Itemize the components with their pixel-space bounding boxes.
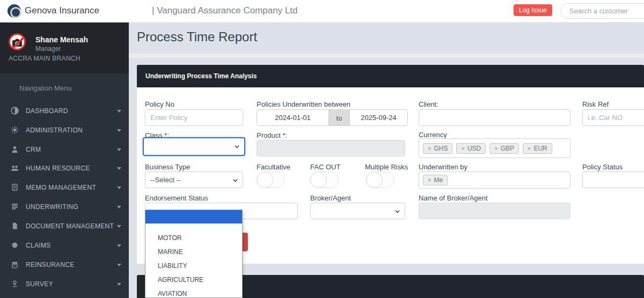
class-select[interactable] — [143, 137, 245, 156]
date-separator: to — [329, 109, 349, 126]
chevron-down-icon — [117, 225, 121, 228]
sidebar-item-dashboard[interactable]: DASHBOARD — [0, 101, 129, 121]
underwritten-by-label: Underwritten by — [419, 163, 467, 171]
chevron-down-icon — [235, 144, 239, 149]
underwritten-by-tag: ×Me — [423, 175, 448, 185]
date-range-label: Policies Underwritten between — [257, 100, 350, 108]
user-role: Manager — [35, 45, 61, 53]
business-type-label: Business Type — [145, 163, 190, 171]
gear-icon — [11, 126, 19, 134]
dropdown-option[interactable]: AGRICULTURE — [145, 273, 242, 287]
chevron-down-icon — [117, 129, 121, 132]
dropdown-option[interactable]: MOTOR — [145, 231, 242, 245]
sidebar-item-reinsurance[interactable]: REINSURANCE — [0, 255, 129, 274]
sidebar-nav: Navigation Menu DASHBOARD ADMINISTRATION… — [0, 73, 129, 298]
dropdown-option-blank[interactable] — [145, 210, 242, 224]
dropdown-option[interactable]: MARINE — [145, 245, 242, 259]
file-icon — [11, 222, 19, 230]
sidebar-item-claims[interactable]: CLAIMS — [0, 236, 129, 255]
people-icon — [11, 164, 19, 172]
multiple-risks-toggle[interactable] — [366, 172, 394, 188]
remove-tag-icon[interactable]: × — [461, 145, 464, 152]
circle-icon — [11, 241, 19, 249]
memo-icon — [11, 183, 19, 191]
user-name: Shane Mensah — [35, 35, 88, 44]
facultative-toggle[interactable] — [257, 172, 285, 188]
dropdown-option[interactable]: AVIATION — [145, 287, 242, 298]
remove-tag-icon[interactable]: × — [428, 145, 431, 152]
policy-status-input[interactable] — [582, 172, 644, 188]
broker-name-label: Name of Broker/Agent — [419, 194, 488, 202]
business-type-select[interactable]: --Select -- — [145, 172, 243, 188]
broker-name-input — [419, 203, 570, 219]
fac-out-toggle[interactable] — [310, 172, 339, 188]
chevron-down-icon — [117, 283, 121, 286]
policy-no-input[interactable] — [145, 109, 243, 126]
stack-icon — [11, 260, 19, 269]
sidebar-item-memo-management[interactable]: MEMO MANAGEMENT — [0, 178, 129, 197]
chevron-down-icon — [117, 187, 121, 189]
currency-tag: ×GHS — [423, 143, 452, 154]
dropdown-option[interactable]: LIABILITY — [145, 259, 242, 273]
currency-tagbox[interactable]: ×GHS ×USD ×GBP ×EUR — [419, 138, 570, 158]
sidebar-profile: Shane Mensah Manager ACCRA MAIN BRANCH — [0, 23, 129, 73]
date-to-input[interactable] — [349, 109, 408, 126]
stamp-icon — [11, 280, 19, 288]
sidebar-item-crm[interactable]: CRM — [0, 140, 129, 159]
log-issue-button[interactable]: Log Issue — [514, 4, 552, 16]
sidebar-item-underwriting[interactable]: UNDERWRITING — [0, 197, 129, 217]
person-icon — [11, 145, 19, 153]
chevron-down-icon — [117, 206, 121, 208]
facultative-label: Facultative — [257, 163, 290, 171]
avatar — [9, 33, 26, 50]
remove-tag-icon[interactable]: × — [428, 177, 431, 183]
user-branch: ACCRA MAIN BRANCH — [9, 55, 80, 62]
multiple-risks-label: Multiple Risks — [365, 163, 408, 171]
currency-tag: ×GBP — [489, 143, 519, 154]
currency-tag: ×USD — [456, 143, 486, 154]
brand-name: Genova Insurance — [25, 5, 99, 16]
risk-ref-input[interactable] — [582, 109, 644, 126]
date-range-group: to — [257, 109, 408, 126]
dashboard-icon — [11, 107, 19, 115]
customer-search-input[interactable] — [560, 3, 644, 19]
remove-tag-icon[interactable]: × — [494, 145, 497, 152]
content-divider — [129, 53, 644, 58]
chevron-down-icon — [233, 178, 238, 183]
panel-title: Underwriting Process Time Analysis — [145, 72, 257, 80]
company-name: | Vanguard Assurance Company Ltd — [152, 5, 298, 16]
sidebar-item-document-management[interactable]: DOCUMENT MANAGEMENT — [0, 217, 129, 236]
policy-no-label: Policy No — [145, 100, 174, 108]
class-dropdown-list: MOTOR MARINE LIABILITY AGRICULTURE AVIAT… — [145, 210, 243, 298]
chevron-down-icon — [117, 244, 121, 247]
product-input — [257, 140, 405, 157]
fac-out-label: FAC OUT — [310, 163, 340, 171]
sidebar-item-survey[interactable]: SURVEY — [0, 274, 129, 294]
panel-header: Underwriting Process Time Analysis — [137, 65, 644, 87]
product-label: Product *: — [257, 131, 287, 139]
page-title: Process Time Report — [137, 29, 257, 44]
policy-status-label: Policy Status — [582, 163, 623, 171]
currency-label: Currency — [419, 131, 447, 139]
remove-tag-icon[interactable]: × — [528, 145, 531, 152]
underwritten-by-tagbox[interactable]: ×Me — [419, 172, 570, 189]
app-logo-icon — [8, 4, 21, 18]
client-input[interactable] — [419, 109, 570, 126]
sidebar-item-human-resource[interactable]: HUMAN RESOURCE — [0, 159, 129, 178]
nav-section-label: Navigation Menu — [19, 84, 72, 92]
chevron-down-icon — [117, 110, 121, 113]
endorsement-status-label: Endorsement Status — [145, 194, 208, 202]
list-icon — [11, 203, 19, 211]
risk-ref-label: Risk Ref — [582, 100, 609, 108]
chevron-down-icon — [117, 264, 121, 266]
date-from-input[interactable] — [257, 109, 329, 126]
chevron-down-icon — [117, 167, 121, 170]
broker-agent-select[interactable] — [310, 203, 405, 219]
currency-tag: ×EUR — [523, 143, 552, 154]
client-label: Client: — [419, 100, 438, 108]
sidebar-item-administration[interactable]: ADMINISTRATION — [0, 121, 129, 140]
chevron-down-icon — [117, 148, 121, 151]
chevron-down-icon — [395, 209, 400, 214]
broker-agent-label: Broker/Agent — [310, 194, 351, 202]
